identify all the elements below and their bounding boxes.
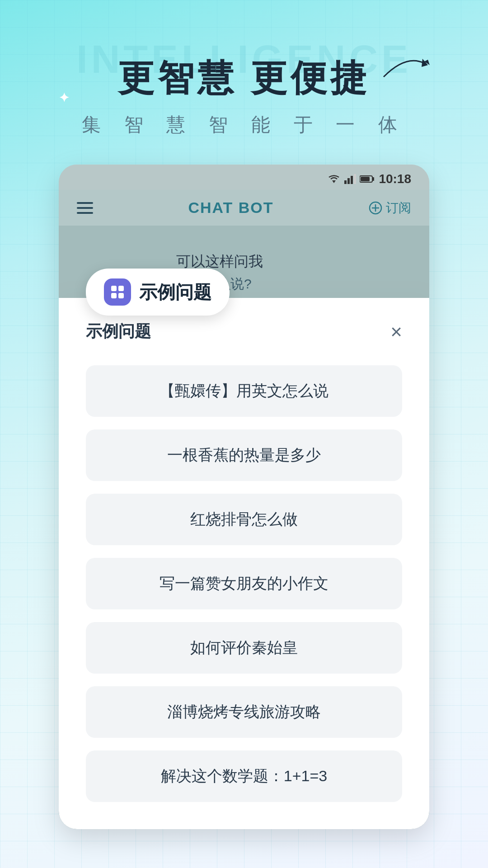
- question-text-2: 一根香蕉的热量是多少: [167, 446, 321, 463]
- hero-title-text: 更智慧 更便捷: [118, 54, 370, 103]
- svg-rect-9: [361, 177, 370, 181]
- svg-rect-4: [347, 178, 350, 184]
- close-button[interactable]: ×: [390, 322, 402, 342]
- svg-rect-6: [354, 174, 356, 184]
- modal-title: 示例问题: [86, 321, 151, 343]
- question-text-3: 红烧排骨怎么做: [190, 510, 298, 528]
- question-item-1[interactable]: 【甄嬛传】用英文怎么说: [86, 365, 402, 417]
- badge-label: 示例问题: [139, 280, 211, 305]
- question-text-7: 解决这个数学题：1+1=3: [161, 767, 327, 784]
- app-title: CHAT BOT: [188, 199, 273, 217]
- battery-icon: [360, 175, 375, 183]
- question-item-2[interactable]: 一根香蕉的热量是多少: [86, 429, 402, 481]
- svg-rect-14: [118, 286, 124, 291]
- plus-circle-icon: [369, 201, 382, 215]
- svg-rect-5: [351, 176, 353, 184]
- question-item-3[interactable]: 红烧排骨怎么做: [86, 494, 402, 545]
- subscribe-button[interactable]: 订阅: [369, 199, 411, 217]
- app-header: CHAT BOT 订阅: [59, 190, 429, 226]
- svg-rect-3: [344, 180, 347, 184]
- grid-icon: [109, 284, 126, 300]
- badge-icon-box: [104, 278, 131, 306]
- modal-header: 示例问题 ×: [86, 321, 402, 343]
- hero-title: 更智慧 更便捷: [118, 54, 370, 103]
- svg-rect-8: [372, 177, 374, 181]
- question-item-7[interactable]: 解决这个数学题：1+1=3: [86, 750, 402, 802]
- chat-bubble-text: 可以这样问我: [176, 253, 263, 269]
- question-text-6: 淄博烧烤专线旅游攻略: [167, 703, 321, 720]
- status-time: 10:18: [379, 172, 411, 186]
- hero-subtitle: 集 智 慧 智 能 于 一 体: [82, 112, 406, 137]
- arrow-decoration: [379, 50, 433, 86]
- question-text-1: 【甄嬛传】用英文怎么说: [160, 382, 328, 399]
- sparkle-decoration: ✦: [59, 90, 69, 105]
- example-questions-badge[interactable]: 示例问题: [86, 269, 230, 316]
- question-list: 【甄嬛传】用英文怎么说 一根香蕉的热量是多少 红烧排骨怎么做 写一篇赞女朋友的小…: [86, 365, 402, 802]
- hamburger-icon[interactable]: [77, 202, 93, 214]
- question-text-4: 写一篇赞女朋友的小作文: [160, 575, 328, 592]
- svg-marker-2: [332, 180, 336, 183]
- svg-rect-16: [118, 293, 124, 298]
- example-questions-modal: 示例问题 × 【甄嬛传】用英文怎么说 一根香蕉的热量是多少 红烧排骨怎么做: [59, 298, 429, 829]
- wifi-icon: [327, 174, 341, 184]
- question-item-6[interactable]: 淄博烧烤专线旅游攻略: [86, 686, 402, 738]
- svg-rect-15: [111, 293, 117, 298]
- subscribe-label: 订阅: [386, 199, 411, 217]
- status-bar: 10:18: [59, 165, 429, 190]
- question-item-5[interactable]: 如何评价秦始皇: [86, 622, 402, 674]
- question-text-5: 如何评价秦始皇: [190, 639, 298, 656]
- question-item-4[interactable]: 写一篇赞女朋友的小作文: [86, 558, 402, 609]
- svg-rect-13: [111, 286, 117, 291]
- signal-icon: [344, 174, 356, 184]
